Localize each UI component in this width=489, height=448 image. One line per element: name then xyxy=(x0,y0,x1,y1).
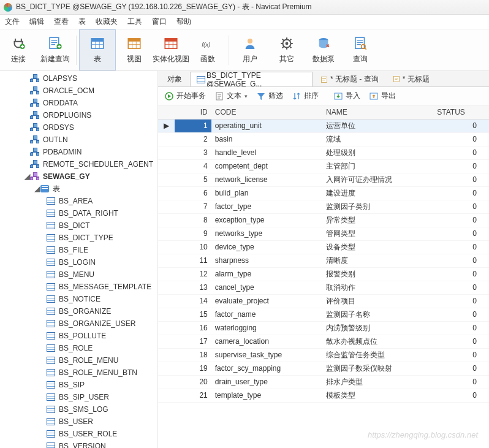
table-row[interactable]: 16waterlogging内涝预警级别0 xyxy=(158,321,489,335)
table-bs_sip_user[interactable]: BS_SIP_USER xyxy=(0,391,157,403)
table-bs_organize_user[interactable]: BS_ORGANIZE_USER xyxy=(0,317,157,330)
cell-code[interactable]: device_type xyxy=(211,240,322,254)
tables-folder[interactable]: ◢表 xyxy=(0,183,157,195)
cell-name[interactable]: 取消动作 xyxy=(322,281,433,294)
table-row[interactable]: 4competent_dept主管部门0 xyxy=(158,159,489,173)
table-row[interactable]: 21template_type模板类型0 xyxy=(158,389,489,402)
cell-name[interactable]: 主管部门 xyxy=(322,159,433,173)
table-row[interactable]: 6bulid_plan建设进度0 xyxy=(158,186,489,200)
cell-name[interactable]: 清晰度 xyxy=(322,254,433,267)
toolbar-query[interactable]: 查询 xyxy=(342,29,379,70)
tab-query-untitled-2[interactable]: * 无标题 xyxy=(387,72,436,86)
cell-id[interactable]: 13 xyxy=(175,281,211,294)
cell-status[interactable]: 0 xyxy=(433,227,489,240)
table-bs_menu[interactable]: BS_MENU xyxy=(0,268,157,281)
cell-status[interactable]: 0 xyxy=(433,173,489,186)
cell-code[interactable]: factor_name xyxy=(211,308,322,321)
table-bs_role[interactable]: BS_ROLE xyxy=(0,342,157,354)
table-bs_data_right[interactable]: BS_DATA_RIGHT xyxy=(0,207,157,219)
table-row[interactable]: 15factor_name监测因子名称0 xyxy=(158,308,489,321)
table-row[interactable]: 3handle_level处理级别0 xyxy=(158,146,489,159)
cell-id[interactable]: 6 xyxy=(175,186,211,200)
cell-code[interactable]: drain_user_type xyxy=(211,375,322,389)
table-bs_dict_type[interactable]: BS_DICT_TYPE xyxy=(0,232,157,244)
filter-button[interactable]: 筛选 xyxy=(256,91,283,101)
cell-id[interactable]: 19 xyxy=(175,362,211,375)
table-bs_login[interactable]: BS_LOGIN xyxy=(0,256,157,268)
cell-name[interactable]: 综合监管任务类型 xyxy=(322,348,433,362)
cell-code[interactable]: competent_dept xyxy=(211,159,322,173)
table-bs_pollute[interactable]: BS_POLLUTE xyxy=(0,330,157,342)
menu-tools[interactable]: 工具 xyxy=(127,17,142,27)
cell-id[interactable]: 8 xyxy=(175,213,211,227)
cell-code[interactable]: networks_type xyxy=(211,227,322,240)
menu-favorites[interactable]: 收藏夹 xyxy=(96,17,118,27)
cell-status[interactable]: 0 xyxy=(433,254,489,267)
table-bs_organize[interactable]: BS_ORGANIZE xyxy=(0,305,157,317)
cell-code[interactable]: factor_scy_mapping xyxy=(211,362,322,375)
cell-status[interactable]: 0 xyxy=(433,200,489,213)
cell-code[interactable]: network_license xyxy=(211,173,322,186)
col-id[interactable]: ID xyxy=(175,105,211,119)
cell-id[interactable]: 3 xyxy=(175,146,211,159)
schema-ordplugins[interactable]: ORDPLUGINS xyxy=(0,109,157,121)
schema-ordsys[interactable]: ORDSYS xyxy=(0,121,157,134)
cell-status[interactable]: 0 xyxy=(433,348,489,362)
cell-id[interactable]: 18 xyxy=(175,348,211,362)
cell-id[interactable]: 5 xyxy=(175,173,211,186)
toolbar-table[interactable]: 表 xyxy=(79,29,116,70)
table-row[interactable]: 9networks_type管网类型0 xyxy=(158,227,489,240)
cell-status[interactable]: 0 xyxy=(433,335,489,348)
cell-id[interactable]: 7 xyxy=(175,200,211,213)
cell-code[interactable]: handle_level xyxy=(211,146,322,159)
table-row[interactable]: 11sharpness清晰度0 xyxy=(158,254,489,267)
cell-name[interactable]: 监测因子名称 xyxy=(322,308,433,321)
cell-name[interactable]: 评价项目 xyxy=(322,294,433,308)
cell-name[interactable]: 监测因子类别 xyxy=(322,200,433,213)
cell-name[interactable]: 设备类型 xyxy=(322,240,433,254)
table-row[interactable]: ▶1operating_unit运营单位0 xyxy=(158,119,489,132)
table-bs_dict[interactable]: BS_DICT xyxy=(0,219,157,232)
tab-object[interactable]: 对象 xyxy=(161,72,189,86)
menu-help[interactable]: 帮助 xyxy=(176,17,191,27)
table-bs_notice[interactable]: BS_NOTICE xyxy=(0,293,157,305)
sort-button[interactable]: 排序 xyxy=(292,91,319,101)
table-bs_message_template[interactable]: BS_MESSAGE_TEMPLATE xyxy=(0,281,157,293)
cell-status[interactable]: 0 xyxy=(433,321,489,335)
cell-name[interactable]: 报警类别 xyxy=(322,267,433,281)
table-row[interactable]: 14evaluate_project评价项目0 xyxy=(158,294,489,308)
col-name[interactable]: NAME xyxy=(322,105,433,119)
schema-olapsys[interactable]: OLAPSYS xyxy=(0,72,157,85)
cell-code[interactable]: camera_location xyxy=(211,335,322,348)
cell-code[interactable]: factor_type xyxy=(211,200,322,213)
cell-status[interactable]: 0 xyxy=(433,240,489,254)
schema-orddata[interactable]: ORDDATA xyxy=(0,97,157,109)
cell-code[interactable]: exception_type xyxy=(211,213,322,227)
cell-code[interactable]: supervise_task_type xyxy=(211,348,322,362)
schema-pdbadmin[interactable]: PDBADMIN xyxy=(0,146,157,158)
table-bs_role_menu[interactable]: BS_ROLE_MENU xyxy=(0,354,157,366)
cell-code[interactable]: evaluate_project xyxy=(211,294,322,308)
cell-status[interactable]: 0 xyxy=(433,159,489,173)
cell-code[interactable]: operating_unit xyxy=(211,119,322,132)
table-row[interactable]: 18supervise_task_type综合监管任务类型0 xyxy=(158,348,489,362)
cell-name[interactable]: 管网类型 xyxy=(322,227,433,240)
table-row[interactable]: 2basin流域0 xyxy=(158,132,489,146)
schema-remote_scheduler_agent[interactable]: REMOTE_SCHEDULER_AGENT xyxy=(0,158,157,170)
cell-id[interactable]: 11 xyxy=(175,254,211,267)
cell-code[interactable]: sharpness xyxy=(211,254,322,267)
cell-id[interactable]: 9 xyxy=(175,227,211,240)
cell-id[interactable]: 17 xyxy=(175,335,211,348)
cell-name[interactable]: 处理级别 xyxy=(322,146,433,159)
table-bs_role_menu_btn[interactable]: BS_ROLE_MENU_BTN xyxy=(0,366,157,379)
toolbar-user[interactable]: 用户 xyxy=(232,29,268,70)
menu-table[interactable]: 表 xyxy=(78,17,86,27)
toolbar-matview[interactable]: 实体化视图 xyxy=(153,29,189,70)
table-bs_area[interactable]: BS_AREA xyxy=(0,195,157,207)
cell-id[interactable]: 10 xyxy=(175,240,211,254)
object-tree[interactable]: OLAPSYSORACLE_OCMORDDATAORDPLUGINSORDSYS… xyxy=(0,71,158,448)
table-row[interactable]: 17camera_location散水办视频点位0 xyxy=(158,335,489,348)
cell-id[interactable]: 1 xyxy=(175,119,211,132)
tab-table-active[interactable]: BS_DICT_TYPE @SEWAGE_G... xyxy=(190,72,313,86)
table-row[interactable]: 19factor_scy_mapping监测因子数采仪映射0 xyxy=(158,362,489,375)
